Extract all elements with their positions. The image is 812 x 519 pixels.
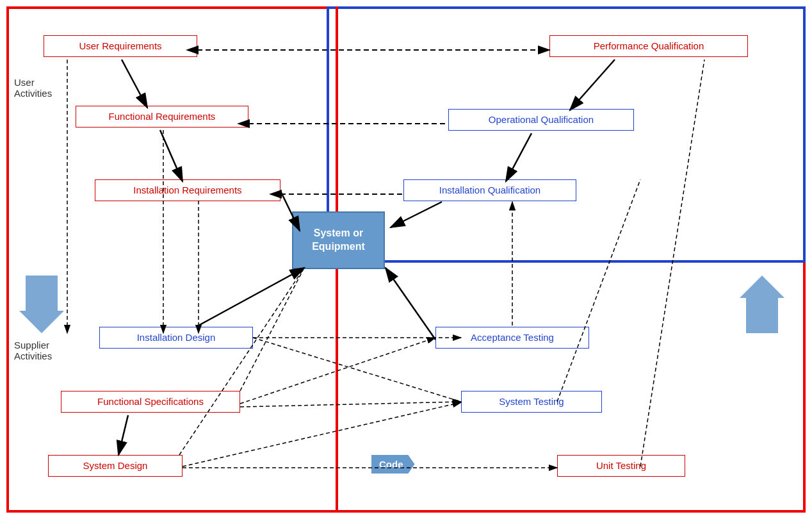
- installation-qualification-box: Installation Qualification: [403, 179, 576, 201]
- user-activities-label: UserActivities: [14, 77, 52, 99]
- functional-requirements-box: Functional Requirements: [76, 106, 248, 128]
- user-requirements-box: User Requirements: [44, 35, 197, 57]
- functional-specifications-box: Functional Specifications: [61, 391, 240, 413]
- operational-qualification-box: Operational Qualification: [448, 109, 634, 131]
- acceptance-testing-box: Acceptance Testing: [435, 327, 589, 349]
- svg-marker-0: [19, 276, 64, 333]
- performance-qualification-box: Performance Qualification: [549, 35, 748, 57]
- unit-testing-box: Unit Testing: [557, 455, 685, 477]
- svg-marker-1: [740, 276, 784, 333]
- diagram-container: UserActivities SupplierActivities User R…: [0, 0, 812, 519]
- down-arrow-left: [19, 276, 64, 333]
- system-design-box: System Design: [48, 455, 183, 477]
- code-arrow: Code: [371, 455, 415, 474]
- system-equipment-box: System or Equipment: [292, 211, 385, 269]
- system-testing-box: System Testing: [461, 391, 602, 413]
- installation-requirements-box: Installation Requirements: [95, 179, 280, 201]
- installation-design-box: Installation Design: [99, 327, 253, 349]
- supplier-activities-label: SupplierActivities: [14, 340, 52, 361]
- up-arrow-right: [740, 276, 784, 333]
